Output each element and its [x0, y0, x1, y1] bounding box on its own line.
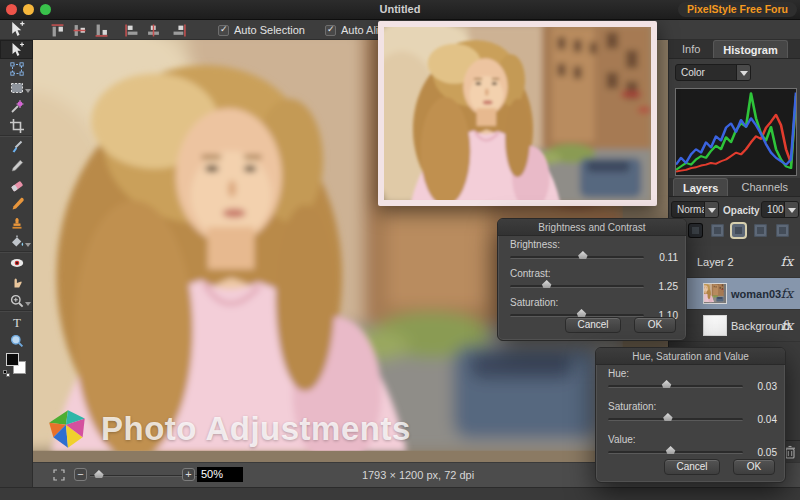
crop-tool[interactable]	[0, 116, 33, 135]
transform-tool[interactable]	[0, 59, 33, 78]
slider-thumb[interactable]	[661, 380, 672, 388]
histogram-channel-value: Color	[676, 65, 736, 80]
rect-select-tool[interactable]	[0, 78, 33, 97]
text-tool-icon: T	[9, 314, 25, 330]
hue-saturation-value-dialog[interactable]: Hue, Saturation and Value Hue: 0.03 Satu…	[595, 347, 786, 483]
checkbox-checked-icon[interactable]	[325, 25, 336, 36]
chevron-down-icon[interactable]	[784, 202, 798, 217]
layer-name: woman03	[731, 288, 781, 300]
dialog-title: Brightness and Contrast	[498, 219, 686, 236]
info-histogram-tabs: Info Histogram	[669, 40, 800, 59]
eraser-tool[interactable]	[0, 175, 33, 194]
layer-style-button-2[interactable]	[711, 224, 724, 237]
effects-tool[interactable]	[0, 331, 33, 350]
position-tool-icon	[9, 42, 25, 58]
window-titlebar: Untitled PixelStyle Free Foru	[0, 0, 800, 20]
align-left-button[interactable]	[125, 23, 139, 37]
align-right-button[interactable]	[173, 23, 187, 37]
align-middle-button[interactable]	[73, 23, 87, 37]
paint-bucket-tool[interactable]	[0, 232, 33, 251]
watermark-text: Photo Adjustments	[101, 410, 411, 448]
pencil-tool[interactable]	[0, 156, 33, 175]
cancel-button[interactable]: Cancel	[664, 459, 720, 475]
contrast-label: Contrast:	[510, 268, 551, 279]
cancel-button[interactable]: Cancel	[565, 317, 621, 333]
layer-name: Layer 2	[697, 256, 734, 268]
saturation-slider[interactable]	[608, 418, 743, 421]
clone-stamp-tool-icon	[9, 215, 25, 231]
text-tool[interactable]: T	[0, 312, 33, 331]
brightness-contrast-dialog[interactable]: Brightness and Contrast Brightness: 0.11…	[497, 218, 687, 341]
zoom-tool[interactable]	[0, 291, 33, 310]
layer-style-button-5[interactable]	[776, 224, 789, 237]
layer-fx-badge[interactable]: fx	[781, 286, 793, 301]
brightness-label: Brightness:	[510, 239, 560, 250]
magic-wand-tool[interactable]	[0, 97, 33, 116]
zoom-out-button[interactable]: −	[74, 468, 87, 481]
zoom-in-button[interactable]: +	[182, 468, 195, 481]
layers-channels-tabs: Layers Channels	[669, 178, 800, 197]
layer-style-button-1[interactable]	[689, 224, 702, 237]
eyedropper-tool[interactable]	[0, 194, 33, 213]
photo-adjustments-logo-icon	[45, 406, 91, 452]
layer-row-background[interactable]: Background fx	[669, 310, 800, 342]
layer-fx-badge[interactable]: fx	[781, 318, 793, 333]
tab-info[interactable]: Info	[673, 40, 709, 58]
svg-text:T: T	[13, 314, 21, 329]
layer-style-button-4[interactable]	[754, 224, 767, 237]
brightness-slider[interactable]	[510, 256, 644, 259]
red-eye-tool-icon	[9, 255, 25, 271]
slider-thumb[interactable]	[662, 413, 673, 421]
value-slider[interactable]	[608, 451, 743, 454]
tool-dropdown-caret	[25, 302, 31, 306]
tab-channels[interactable]: Channels	[732, 178, 796, 196]
clone-stamp-tool[interactable]	[0, 213, 33, 232]
opacity-select[interactable]: 100%	[761, 201, 799, 218]
fit-to-screen-icon[interactable]	[53, 469, 65, 481]
red-eye-tool[interactable]	[0, 253, 33, 272]
slider-thumb[interactable]	[665, 446, 676, 454]
foreground-color-swatch[interactable]	[6, 353, 19, 366]
layer-style-button-3[interactable]	[732, 224, 745, 237]
brightness-value: 0.11	[652, 252, 678, 263]
auto-selection-label: Auto Selection	[234, 24, 305, 36]
histogram-chart	[676, 89, 796, 175]
value-label: Value:	[608, 434, 636, 445]
zoom-percentage-field[interactable]: 50%	[197, 467, 243, 482]
checkbox-checked-icon[interactable]	[218, 25, 229, 36]
layer-row-woman03[interactable]: woman03 fx	[669, 278, 800, 310]
histogram-channel-select[interactable]: Color	[675, 64, 751, 81]
blend-mode-value: Normal	[672, 202, 704, 217]
brush-tool[interactable]	[0, 137, 33, 156]
hue-value: 0.03	[751, 381, 777, 392]
smudge-tool[interactable]	[0, 272, 33, 291]
color-swatches[interactable]	[0, 350, 33, 384]
current-tool-icon	[7, 21, 27, 38]
hue-slider[interactable]	[608, 385, 743, 388]
slider-thumb[interactable]	[577, 251, 588, 259]
image-preview-window[interactable]	[378, 21, 657, 206]
tab-layers[interactable]: Layers	[673, 178, 728, 196]
layer-fx-badge[interactable]: fx	[781, 254, 793, 269]
chevron-down-icon[interactable]	[736, 65, 750, 80]
slider-thumb[interactable]	[541, 280, 552, 288]
default-colors-icon[interactable]	[3, 370, 11, 378]
align-top-button[interactable]	[51, 23, 65, 37]
layers-list: Layer 2 fx woman03 fx Background fx	[669, 246, 800, 342]
slider-thumb[interactable]	[576, 309, 587, 317]
saturation-label: Saturation:	[510, 297, 558, 308]
align-center-button[interactable]	[147, 23, 161, 37]
layer-row-layer2[interactable]: Layer 2 fx	[669, 246, 800, 278]
ok-button[interactable]: OK	[634, 317, 676, 333]
chevron-down-icon[interactable]	[704, 202, 718, 217]
tab-histogram[interactable]: Histogram	[713, 40, 787, 58]
position-tool[interactable]	[0, 40, 33, 59]
ok-button[interactable]: OK	[733, 459, 775, 475]
align-bottom-button[interactable]	[95, 23, 109, 37]
blend-mode-select[interactable]: Normal	[671, 201, 719, 218]
eraser-tool-icon	[9, 177, 25, 193]
auto-selection-checkbox[interactable]: Auto Selection	[218, 23, 305, 37]
image-dimensions-label: 1793 × 1200 px, 72 dpi	[318, 469, 518, 481]
contrast-slider[interactable]	[510, 285, 644, 288]
pixelstyle-promo-badge[interactable]: PixelStyle Free Foru	[678, 2, 797, 17]
